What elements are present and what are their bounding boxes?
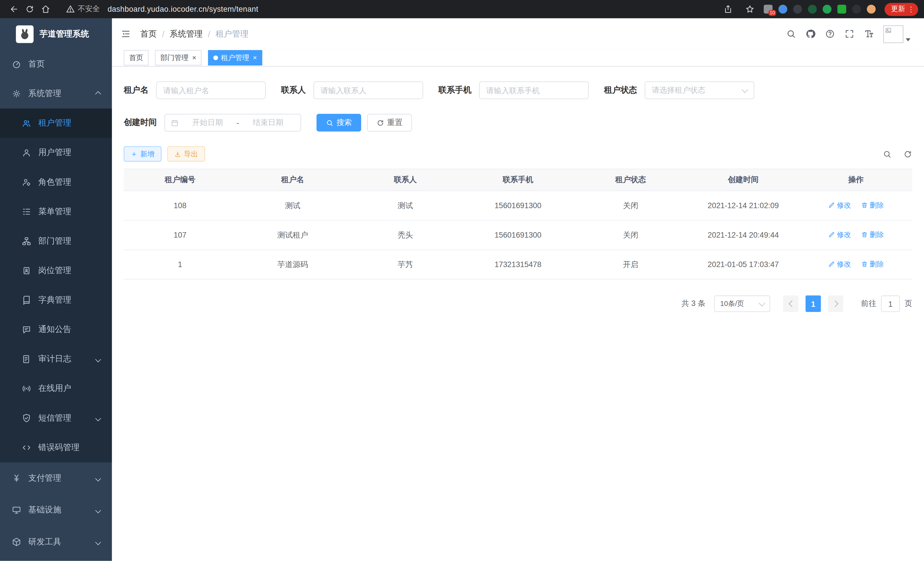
tab-tenant-management[interactable]: 租户管理 × [208,50,262,65]
reload-icon[interactable] [22,5,38,14]
edit-link[interactable]: 修改 [828,200,851,211]
reset-button[interactable]: 重置 [367,114,412,132]
tab-home[interactable]: 首页 [124,50,148,65]
sidebar-item-dict-management[interactable]: 字典管理 [0,285,112,315]
address-url[interactable]: dashboard.yudao.iocoder.cn/system/tenant [107,5,258,14]
pencil-icon [828,261,835,268]
sidebar-item-role-management[interactable]: 角色管理 [0,168,112,197]
bookmark-star-icon[interactable] [742,5,758,14]
chevron-up-icon [95,91,101,97]
sidebar-item-sms-management[interactable]: 短信管理 [0,403,112,433]
sidebar-item-menu-management[interactable]: 菜单管理 [0,197,112,226]
app-logo[interactable]: 芋道管理系统 [0,18,112,50]
goto-page-input[interactable] [881,295,900,312]
browser-toolbar: 不安全 dashboard.yudao.iocoder.cn/system/te… [0,0,924,18]
filter-row-2: 创建时间 开始日期 - 结束日期 搜索 重置 [124,114,912,132]
fullscreen-icon[interactable] [844,29,855,39]
contact-label: 联系人 [281,85,306,96]
sidebar-item-tenant-management[interactable]: 租户管理 [0,109,112,138]
menu-kebab-icon: ⋮ [908,6,915,13]
github-icon[interactable] [806,29,815,39]
extension-icon-4[interactable] [808,5,817,14]
status-select[interactable]: 请选择租户状态 [645,81,754,99]
collapse-sidebar-icon[interactable] [121,29,131,39]
extension-icon-2[interactable] [778,5,788,14]
pencil-icon [828,202,835,209]
code-icon [22,443,31,452]
col-tenant-name: 租户名 [236,169,349,191]
header-actions [786,25,910,43]
extension-icon-5[interactable] [823,5,831,14]
date-range-picker[interactable]: 开始日期 - 结束日期 [164,114,301,132]
box-icon [12,537,21,547]
sidebar-item-error-code-management[interactable]: 错误码管理 [0,433,112,462]
tenant-name-input[interactable] [156,81,266,99]
tab-dept-management[interactable]: 部门管理 × [155,50,201,65]
export-button[interactable]: 导出 [167,146,205,162]
status-label: 租户状态 [604,85,637,96]
user-icon [22,148,31,158]
share-icon[interactable] [720,5,736,14]
refresh-icon [376,119,384,127]
breadcrumb-separator: / [208,29,210,39]
user-avatar-menu[interactable] [884,25,910,43]
tags-view-bar: 首页 部门管理 × 租户管理 × [112,50,924,67]
page-number-1[interactable]: 1 [806,295,821,312]
delete-link[interactable]: 删除 [861,200,884,211]
document-icon [22,355,31,364]
security-indicator[interactable]: 不安全 [65,4,100,14]
contact-input[interactable] [314,81,423,99]
tab-close-icon[interactable]: × [192,54,196,62]
sidebar-item-dept-management[interactable]: 部门管理 [0,226,112,256]
page-size-select[interactable]: 10条/页 [714,295,770,312]
next-page-button[interactable] [828,295,843,312]
extension-icon-1[interactable]: 10 [764,5,772,14]
sidebar-item-audit-log[interactable]: 审计日志 [0,344,112,374]
delete-link[interactable]: 删除 [861,259,884,269]
show-search-icon[interactable] [883,150,892,158]
extension-icon-6[interactable] [837,5,846,14]
refresh-table-icon[interactable] [903,150,912,158]
search-icon [326,119,334,127]
breadcrumb-system[interactable]: 系统管理 [170,29,203,39]
range-separator: - [237,118,239,127]
prev-page-button[interactable] [783,295,799,312]
chevron-left-icon [788,301,795,307]
breadcrumb: 首页 / 系统管理 / 租户管理 [140,29,249,39]
sidebar-item-dev-tools[interactable]: 研发工具 [0,526,112,558]
chevron-down-icon [95,539,101,545]
phone-input[interactable] [479,81,589,99]
edit-link[interactable]: 修改 [828,230,851,240]
roles-icon [22,177,31,187]
sidebar-item-system-management[interactable]: 系统管理 [0,79,112,108]
sidebar-item-online-users[interactable]: 在线用户 [0,374,112,403]
sidebar-item-post-management[interactable]: 岗位管理 [0,256,112,285]
trash-icon [861,261,868,268]
update-button[interactable]: 更新 ⋮ [885,3,918,15]
delete-link[interactable]: 删除 [861,230,884,240]
profile-avatar[interactable] [867,5,876,14]
end-date: 结束日期 [242,117,295,128]
sidebar-item-infrastructure[interactable]: 基础设施 [0,494,112,526]
tab-close-icon[interactable]: × [253,54,257,62]
pagination: 共 3 条 10条/页 1 前往 页 [124,295,912,312]
logo-image [16,25,34,43]
sidebar-item-user-management[interactable]: 用户管理 [0,138,112,168]
extension-icon-7[interactable] [852,5,861,14]
search-button[interactable]: 搜索 [316,114,362,132]
edit-link[interactable]: 修改 [828,259,851,269]
page-content: 租户名 联系人 联系手机 租户状态 请选择租户状态 [112,67,924,561]
sidebar-item-notice[interactable]: 通知公告 [0,315,112,344]
table-row: 1 芋道源码 芋艿 17321315478 开启 2021-01-05 17:0… [124,250,912,279]
extension-icon-3[interactable] [793,5,802,14]
search-icon[interactable] [786,29,796,39]
back-icon[interactable] [6,5,22,14]
home-icon[interactable] [38,5,54,14]
chevron-down-icon [95,475,101,481]
help-icon[interactable] [825,29,835,39]
breadcrumb-home[interactable]: 首页 [140,29,157,39]
font-size-icon[interactable] [864,29,874,39]
sidebar-item-home[interactable]: 首页 [0,50,112,79]
sidebar-item-payment-management[interactable]: 支付管理 [0,462,112,494]
add-button[interactable]: 新增 [124,146,161,162]
